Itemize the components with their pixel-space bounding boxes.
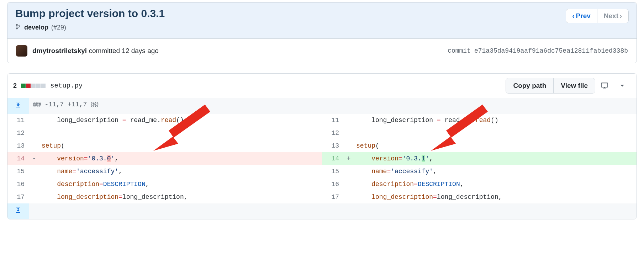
expand-down-button[interactable] — [7, 203, 29, 219]
code-right: name='accessify', — [354, 165, 637, 178]
line-number-left[interactable]: 14 — [7, 152, 29, 165]
commit-title: Bump project version to 0.3.1 — [15, 7, 165, 20]
diff-stat-squares — [21, 84, 46, 88]
diff-marker-left: - — [29, 152, 39, 165]
diff-stat-square — [26, 84, 31, 88]
code-right — [354, 127, 637, 139]
author-link[interactable]: dmytrostriletskyi — [32, 47, 87, 54]
hunk-blank — [343, 98, 637, 114]
code-left: long_description = read_me.read() — [39, 114, 322, 127]
view-file-button[interactable]: View file — [554, 78, 595, 93]
line-number-left[interactable]: 16 — [7, 178, 29, 191]
line-number-right[interactable]: 16 — [322, 178, 343, 191]
line-number-right[interactable]: 13 — [322, 139, 343, 152]
line-number-left[interactable]: 15 — [7, 165, 29, 178]
diff-row: 14- version='0.3.0',14+ version='0.3.1', — [7, 152, 637, 165]
hunk-gutter — [322, 98, 343, 114]
diff-stat-square — [21, 84, 26, 88]
diff-marker-right — [343, 114, 354, 127]
diff-marker-right — [343, 139, 354, 152]
prev-label: Prev — [576, 12, 591, 20]
diff-marker-left — [29, 165, 39, 178]
chevron-right-icon: › — [620, 12, 622, 20]
diff-filename[interactable]: setup.py — [50, 82, 83, 90]
prev-commit-button[interactable]: ‹ Prev — [566, 9, 597, 23]
line-number-right[interactable]: 12 — [322, 127, 343, 139]
diff-row: 15 name='accessify',15 name='accessify', — [7, 165, 637, 178]
diff-stat-square — [41, 84, 46, 88]
diff-marker-right: + — [343, 152, 354, 165]
commit-hash-label: commit — [448, 47, 471, 54]
diff-marker-left — [29, 139, 39, 152]
commit-hash-value: e71a35da9419aaf91a6dc75ea12811fab1ed338b — [474, 47, 628, 54]
next-label: Next — [604, 12, 618, 20]
code-left — [39, 127, 322, 139]
hunk-header: @@ -11,7 +11,7 @@ — [29, 98, 322, 114]
diff-row: 17 long_description=long_description,17 … — [7, 191, 637, 203]
diff-marker-left — [29, 178, 39, 191]
code-right: setup( — [354, 139, 637, 152]
line-number-left[interactable]: 12 — [7, 127, 29, 139]
diff-marker-right — [343, 127, 354, 139]
commit-meta-row: dmytrostriletskyi committed 12 days ago … — [7, 38, 637, 63]
diff-row: 16 description=DESCRIPTION,16 descriptio… — [7, 178, 637, 191]
diff-table: @@ -11,7 +11,7 @@11 long_description = r… — [7, 98, 637, 219]
line-number-left[interactable]: 13 — [7, 139, 29, 152]
line-number-left[interactable]: 11 — [7, 114, 29, 127]
diff-row: 12 12 — [7, 127, 637, 139]
code-left: name='accessify', — [39, 165, 322, 178]
code-left: description=DESCRIPTION, — [39, 178, 322, 191]
collapse-file-button[interactable] — [614, 80, 631, 91]
chevron-left-icon: ‹ — [572, 12, 575, 20]
diff-stat-square — [36, 84, 41, 88]
diff-row: 11 long_description = read_me.read()11 l… — [7, 114, 637, 127]
line-number-right[interactable]: 14 — [322, 152, 343, 165]
code-right: version='0.3.1', — [354, 152, 637, 165]
file-button-group: Copy path View file — [506, 78, 595, 94]
pr-reference[interactable]: (#29) — [51, 24, 66, 31]
avatar[interactable] — [16, 45, 27, 57]
code-left: setup( — [39, 139, 322, 152]
commit-card: Bump project version to 0.3.1 develop (#… — [7, 2, 637, 63]
line-number-right[interactable]: 15 — [322, 165, 343, 178]
diff-marker-right — [343, 165, 354, 178]
next-commit-button: Next › — [597, 9, 628, 23]
diff-marker-right — [343, 178, 354, 191]
branch-row: develop (#29) — [15, 23, 165, 32]
code-right: description=DESCRIPTION, — [354, 178, 637, 191]
commit-nav-group: ‹ Prev Next › — [566, 9, 629, 23]
line-number-right[interactable]: 17 — [322, 191, 343, 203]
diff-marker-right — [343, 191, 354, 203]
commit-time: committed 12 days ago — [89, 47, 158, 54]
diff-marker-left — [29, 191, 39, 203]
diff-change-count: 2 — [13, 82, 17, 90]
chevron-down-icon — [619, 82, 626, 89]
diff-row: 13 setup(13 setup( — [7, 139, 637, 152]
display-mode-button[interactable] — [595, 80, 614, 91]
branch-name[interactable]: develop — [24, 24, 48, 31]
diff-file-card: 2 setup.py Copy path View file — [7, 73, 637, 219]
diff-file-header: 2 setup.py Copy path View file — [7, 74, 637, 98]
copy-path-button[interactable]: Copy path — [506, 78, 554, 93]
code-left: long_description=long_description, — [39, 191, 322, 203]
diff-marker-left — [29, 127, 39, 139]
branch-icon — [15, 23, 21, 32]
commit-header: Bump project version to 0.3.1 develop (#… — [7, 2, 637, 38]
expand-up-button[interactable] — [7, 98, 29, 114]
line-number-left[interactable]: 17 — [7, 191, 29, 203]
diff-stat-square — [31, 84, 36, 88]
line-number-right[interactable]: 11 — [322, 114, 343, 127]
code-right: long_description=long_description, — [354, 191, 637, 203]
code-right: long_description = read_me.read() — [354, 114, 637, 127]
expand-blank — [29, 203, 637, 219]
monitor-icon — [600, 82, 609, 89]
commit-hash: commite71a35da9419aaf91a6dc75ea12811fab1… — [448, 47, 628, 54]
code-left: version='0.3.0', — [39, 152, 322, 165]
diff-marker-left — [29, 114, 39, 127]
